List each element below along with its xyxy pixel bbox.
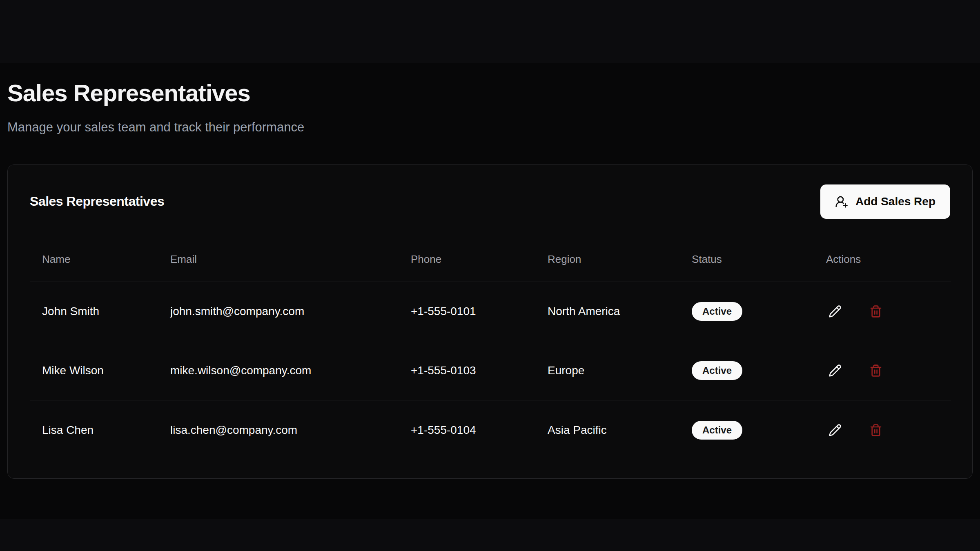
pencil-icon bbox=[829, 305, 842, 318]
table-header: Name Email Phone Region Status Actions bbox=[30, 237, 951, 282]
pencil-icon bbox=[829, 424, 842, 437]
table-row: Mike Wilson mike.wilson@company.com +1-5… bbox=[30, 341, 951, 400]
rep-region: North America bbox=[535, 282, 679, 341]
rep-region: Asia Pacific bbox=[535, 400, 679, 460]
row-actions bbox=[826, 421, 951, 439]
status-badge: Active bbox=[692, 421, 742, 440]
row-actions bbox=[826, 362, 951, 380]
pencil-icon bbox=[829, 364, 842, 377]
delete-button[interactable] bbox=[867, 362, 885, 380]
rep-email: john.smith@company.com bbox=[158, 282, 399, 341]
add-sales-rep-button[interactable]: Add Sales Rep bbox=[820, 184, 950, 219]
rep-email: mike.wilson@company.com bbox=[158, 341, 399, 400]
trash-icon bbox=[869, 424, 882, 437]
row-actions bbox=[826, 302, 951, 320]
column-header-email: Email bbox=[158, 237, 399, 282]
rep-name: Lisa Chen bbox=[30, 400, 158, 460]
table-row: John Smith john.smith@company.com +1-555… bbox=[30, 282, 951, 341]
rep-phone: +1-555-0101 bbox=[399, 282, 535, 341]
user-plus-icon bbox=[835, 195, 848, 208]
status-badge: Active bbox=[692, 302, 742, 321]
page-content: Sales Representatives Manage your sales … bbox=[0, 0, 980, 479]
column-header-region: Region bbox=[535, 237, 679, 282]
table-row: Lisa Chen lisa.chen@company.com +1-555-0… bbox=[30, 400, 951, 460]
edit-button[interactable] bbox=[826, 421, 844, 439]
trash-icon bbox=[869, 364, 882, 377]
column-header-actions: Actions bbox=[814, 237, 951, 282]
card-header: Sales Representatives Add Sales Rep bbox=[30, 184, 950, 219]
sales-reps-table: Name Email Phone Region Status Actions J… bbox=[30, 237, 951, 460]
edit-button[interactable] bbox=[826, 362, 844, 380]
column-header-phone: Phone bbox=[399, 237, 535, 282]
page-subtitle: Manage your sales team and track their p… bbox=[7, 119, 973, 136]
column-header-name: Name bbox=[30, 237, 158, 282]
status-badge: Active bbox=[692, 361, 742, 380]
trash-icon bbox=[869, 305, 882, 318]
add-sales-rep-button-label: Add Sales Rep bbox=[855, 195, 935, 208]
card-title: Sales Representatives bbox=[30, 194, 164, 209]
rep-email: lisa.chen@company.com bbox=[158, 400, 399, 460]
rep-phone: +1-555-0103 bbox=[399, 341, 535, 400]
column-header-status: Status bbox=[679, 237, 814, 282]
edit-button[interactable] bbox=[826, 302, 844, 320]
rep-region: Europe bbox=[535, 341, 679, 400]
page-title: Sales Representatives bbox=[7, 80, 973, 106]
sales-reps-card: Sales Representatives Add Sales Rep bbox=[7, 164, 973, 479]
rep-name: John Smith bbox=[30, 282, 158, 341]
rep-name: Mike Wilson bbox=[30, 341, 158, 400]
delete-button[interactable] bbox=[867, 421, 885, 439]
rep-phone: +1-555-0104 bbox=[399, 400, 535, 460]
delete-button[interactable] bbox=[867, 302, 885, 320]
